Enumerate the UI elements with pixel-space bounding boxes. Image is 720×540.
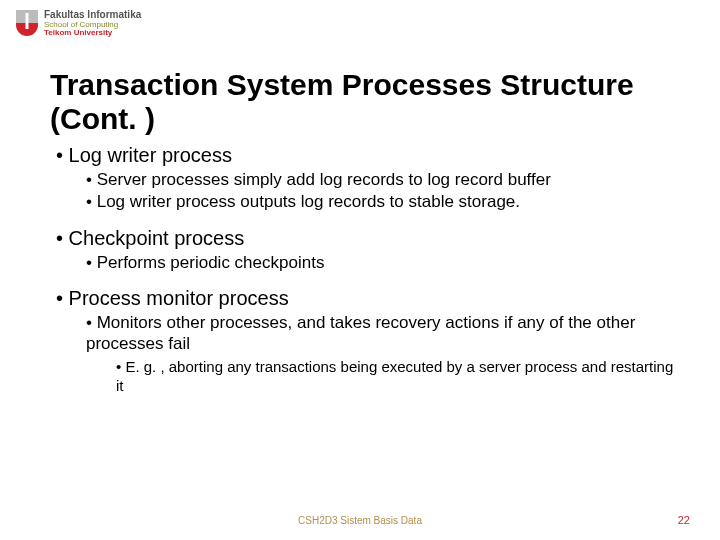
footer-course-code: CSH2D3 Sistem Basis Data [0, 515, 720, 526]
slide-body: Log writer process Server processes simp… [56, 138, 680, 396]
page-number: 22 [678, 514, 690, 526]
section-heading: Process monitor process [56, 287, 680, 310]
list-subitem: E. g. , aborting any transactions being … [116, 358, 680, 396]
list-item: Server processes simply add log records … [86, 169, 680, 190]
slide-title: Transaction System Processes Structure (… [50, 68, 710, 136]
list-item: Log writer process outputs log records t… [86, 191, 680, 212]
list-item: Performs periodic checkpoints [86, 252, 680, 273]
logo-text: Fakultas Informatika School of Computing… [44, 10, 141, 37]
shield-icon [16, 10, 38, 36]
section-heading: Log writer process [56, 144, 680, 167]
section-heading: Checkpoint process [56, 227, 680, 250]
list-item: Monitors other processes, and takes reco… [86, 312, 680, 355]
university-logo: Fakultas Informatika School of Computing… [16, 10, 141, 37]
logo-university: Telkom University [44, 29, 141, 37]
logo-faculty: Fakultas Informatika [44, 10, 141, 21]
